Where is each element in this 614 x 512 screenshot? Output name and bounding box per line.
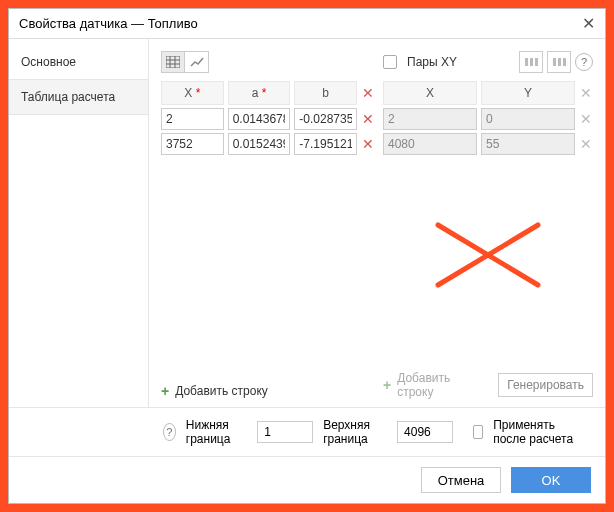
cell-b[interactable] xyxy=(294,108,357,130)
column-tool-2-button[interactable] xyxy=(547,51,571,73)
cell-xy-x xyxy=(383,133,477,155)
add-row-button[interactable]: + Добавить строку xyxy=(161,375,268,407)
cell-a[interactable] xyxy=(228,133,291,155)
clear-all-button[interactable]: ✕ xyxy=(361,85,375,101)
sidebar: Основное Таблица расчета xyxy=(9,39,149,407)
add-row-label: Добавить строку xyxy=(397,371,482,399)
calc-table-header: X * a * b ✕ xyxy=(161,81,375,105)
ok-button[interactable]: OK xyxy=(511,467,591,493)
col-header-xy-x: X xyxy=(383,81,477,105)
dialog-footer: Отмена OK xyxy=(9,456,605,503)
titlebar: Свойства датчика — Топливо ✕ xyxy=(9,9,605,39)
column-tool-1-button[interactable] xyxy=(519,51,543,73)
column-tool-icon xyxy=(552,56,566,68)
svg-rect-5 xyxy=(525,58,528,66)
cell-a[interactable] xyxy=(228,108,291,130)
clear-all-xy-button[interactable]: ✕ xyxy=(579,85,593,101)
delete-row-button[interactable]: ✕ xyxy=(361,111,375,127)
cancel-button[interactable]: Отмена xyxy=(421,467,501,493)
table-row: ✕ xyxy=(383,133,593,155)
chart-view-button[interactable] xyxy=(185,51,209,73)
add-row-label: Добавить строку xyxy=(175,384,268,398)
cell-x[interactable] xyxy=(161,133,224,155)
delete-row-button[interactable]: ✕ xyxy=(579,136,593,152)
xy-pairs-pane: Пары XY ? X Y ✕ xyxy=(383,49,593,407)
table-row: ✕ xyxy=(383,108,593,130)
xy-table-header: X Y ✕ xyxy=(383,81,593,105)
upper-bound-input[interactable] xyxy=(397,421,453,443)
table-row: ✕ xyxy=(161,133,375,155)
column-tool-icon xyxy=(524,56,538,68)
sidebar-item-label: Основное xyxy=(21,55,76,69)
sidebar-item-label: Таблица расчета xyxy=(21,90,115,104)
plus-icon: + xyxy=(383,377,391,393)
svg-rect-10 xyxy=(563,58,566,66)
cell-x[interactable] xyxy=(161,108,224,130)
add-xy-row-button: + Добавить строку xyxy=(383,363,482,407)
svg-rect-8 xyxy=(553,58,556,66)
svg-rect-0 xyxy=(166,56,180,68)
upper-bound-label: Верхняя граница xyxy=(323,418,387,446)
close-icon[interactable]: ✕ xyxy=(582,14,595,33)
cell-xy-x xyxy=(383,108,477,130)
col-header-xy-y: Y xyxy=(481,81,575,105)
cell-b[interactable] xyxy=(294,133,357,155)
overlay-x-mark xyxy=(433,220,543,290)
table-view-button[interactable] xyxy=(161,51,185,73)
col-header-b: b xyxy=(294,81,357,105)
view-toggle xyxy=(161,51,209,73)
help-icon[interactable]: ? xyxy=(163,423,176,441)
sensor-properties-dialog: Свойства датчика — Топливо ✕ Основное Та… xyxy=(8,8,606,504)
apply-after-checkbox[interactable] xyxy=(473,425,483,439)
delete-row-button[interactable]: ✕ xyxy=(579,111,593,127)
delete-row-button[interactable]: ✕ xyxy=(361,136,375,152)
cell-xy-y xyxy=(481,133,575,155)
table-icon xyxy=(166,56,180,68)
sidebar-item-main[interactable]: Основное xyxy=(9,45,148,79)
plus-icon: + xyxy=(161,383,169,399)
table-row: ✕ xyxy=(161,108,375,130)
calc-table-pane: X * a * b ✕ ✕ ✕ xyxy=(161,49,375,407)
chart-icon xyxy=(190,56,204,68)
svg-rect-9 xyxy=(558,58,561,66)
svg-rect-7 xyxy=(535,58,538,66)
help-icon[interactable]: ? xyxy=(575,53,593,71)
cell-xy-y xyxy=(481,108,575,130)
col-header-x: X * xyxy=(161,81,224,105)
xy-pairs-checkbox[interactable] xyxy=(383,55,397,69)
generate-button[interactable]: Генерировать xyxy=(498,373,593,397)
bounds-bar: ? Нижняя граница Верхняя граница Применя… xyxy=(9,407,605,456)
lower-bound-input[interactable] xyxy=(257,421,313,443)
svg-rect-6 xyxy=(530,58,533,66)
apply-after-label: Применять после расчета xyxy=(493,418,591,446)
dialog-title: Свойства датчика — Топливо xyxy=(19,16,198,31)
lower-bound-label: Нижняя граница xyxy=(186,418,247,446)
sidebar-item-calc-table[interactable]: Таблица расчета xyxy=(9,79,148,115)
xy-pairs-label: Пары XY xyxy=(407,55,457,69)
col-header-a: a * xyxy=(228,81,291,105)
